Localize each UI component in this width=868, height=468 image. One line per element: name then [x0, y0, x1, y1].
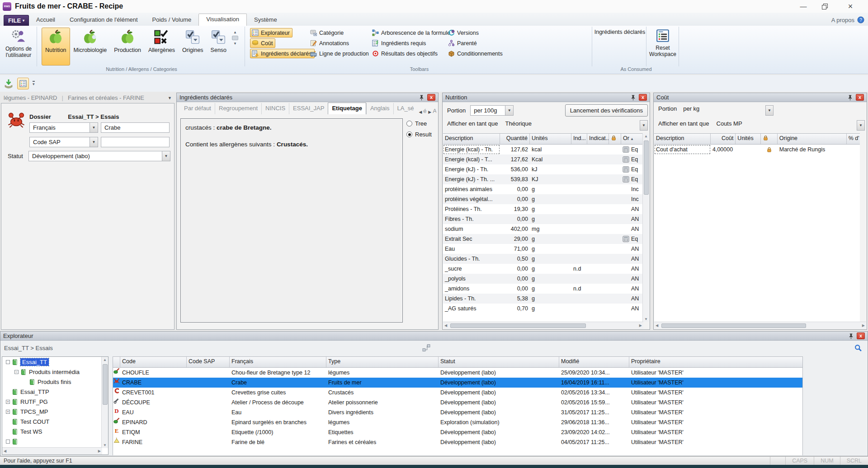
- display-as-dropdown[interactable]: ▼: [640, 120, 648, 131]
- tree-item-test-ws[interactable]: Test WS: [2, 426, 101, 436]
- explorer-row-découpe[interactable]: DÉCOUPEAtelier / Process de découpeAteli…: [113, 398, 802, 407]
- group-scroll-up-icon[interactable]: ▲: [233, 30, 237, 34]
- tree-item-produits-interm-dia[interactable]: −Produits intermédia: [2, 367, 101, 377]
- column-header[interactable]: Ind...: [571, 134, 587, 144]
- minimize-button[interactable]: —: [798, 2, 808, 10]
- tab-poids-volume[interactable]: Poids / Volume: [145, 14, 199, 26]
- column-header[interactable]: Unités: [736, 134, 760, 144]
- tab-etiquetage[interactable]: Etiquetage: [328, 103, 366, 114]
- declared-text-area[interactable]: crustacés : crabe de Bretagne. Contient …: [180, 118, 403, 323]
- cout-toggle[interactable]: Coût: [250, 38, 275, 48]
- nutrition-button[interactable]: Nutrition: [42, 28, 70, 66]
- explorer-row-eau[interactable]: DEAUEauDivers ingrédientsDéveloppement (…: [113, 407, 802, 417]
- close-window-button[interactable]: ×: [845, 2, 855, 10]
- as-consumed-ingredients-declares[interactable]: Ingrédients déclarés: [593, 29, 646, 35]
- code-sap-field[interactable]: [101, 137, 170, 147]
- pin-icon[interactable]: [849, 333, 854, 339]
- toolbar-overflow-icon[interactable]: ▾: [33, 81, 35, 86]
- tab-scroll-left-icon[interactable]: ◀: [417, 110, 423, 114]
- ingredients-requis-button[interactable]: Ingrédients requis: [371, 38, 428, 48]
- tree-item-rutf-pg[interactable]: +RUTF_PG: [2, 397, 101, 407]
- column-header[interactable]: Description: [443, 134, 500, 144]
- tab-essai-jap[interactable]: ESSAI_JAP: [289, 103, 328, 114]
- close-panel-button[interactable]: x: [639, 94, 647, 101]
- close-panel-button[interactable]: x: [857, 332, 865, 339]
- chevron-down-icon[interactable]: ▼: [162, 151, 170, 161]
- user-options-button[interactable]: Options de l'utilisateur: [2, 27, 35, 66]
- reset-workspace-button[interactable]: Reset Workspace: [647, 27, 678, 66]
- column-header[interactable]: Français: [230, 357, 326, 367]
- arborescence-button[interactable]: Arborescence de la formule: [371, 28, 453, 37]
- name-field[interactable]: Crabe: [101, 122, 170, 133]
- column-header[interactable]: Coût: [711, 134, 736, 144]
- collapse-icon[interactable]: −: [14, 370, 19, 374]
- column-header[interactable]: Or▲: [621, 134, 643, 144]
- explorer-row-farine[interactable]: FARINEFarine de bléFarines et céréalesDé…: [113, 437, 802, 447]
- cost-row[interactable]: Cout d'achat4,00000Marché de Rungis: [654, 145, 860, 154]
- explorer-row-crevet001[interactable]: CREVET001Crevettes grise cuitesCrustacés…: [113, 388, 802, 398]
- import-download-icon[interactable]: [4, 79, 14, 89]
- search-icon[interactable]: [854, 344, 862, 352]
- lock-column-header[interactable]: [609, 134, 621, 144]
- microbiologie-button[interactable]: Microbiologie: [70, 28, 111, 66]
- nutrition-row[interactable]: _polyols0,00gAN: [443, 274, 643, 284]
- tree-item-essai-tt[interactable]: Essai_TT: [2, 357, 101, 367]
- statut-select[interactable]: Développement (labo) ▼: [28, 151, 170, 161]
- origines-button[interactable]: Origines: [179, 28, 207, 66]
- pin-icon[interactable]: [631, 94, 636, 101]
- chevron-down-icon[interactable]: ▼: [505, 106, 513, 115]
- nutrition-row[interactable]: _amidons0,00gn.dAN: [443, 284, 643, 294]
- column-header[interactable]: % d': [847, 134, 860, 144]
- tab-accueil[interactable]: Accueil: [29, 14, 62, 26]
- column-header[interactable]: Code SAP: [187, 357, 230, 367]
- help-icon[interactable]: ?: [857, 16, 864, 23]
- tree-item-tpcs-mp[interactable]: +TPCS_MP: [2, 407, 101, 417]
- tab-la-se[interactable]: LA_sé: [393, 103, 418, 114]
- group-scroll-bar[interactable]: [232, 36, 238, 40]
- expander-box[interactable]: [6, 440, 10, 444]
- tree-item[interactable]: [2, 436, 101, 446]
- ingredients-declares-toggle[interactable]: Ingrédients déclarés: [250, 49, 315, 58]
- explorer-row-choufle[interactable]: CHOUFLEChou-fleur de Bretagne type 12lég…: [113, 368, 802, 378]
- language-select[interactable]: Français ▼: [29, 122, 98, 133]
- tree-item-produits-finis[interactable]: Produits finis: [2, 377, 101, 387]
- column-header[interactable]: Propriétaire: [629, 357, 802, 367]
- column-header[interactable]: Type: [326, 357, 439, 367]
- column-header[interactable]: Origine: [778, 134, 847, 144]
- tab-regroupement[interactable]: Regroupement: [215, 103, 261, 114]
- explorer-row-crabe[interactable]: CRABECrabeFruits de merDéveloppement (la…: [113, 378, 802, 388]
- column-header[interactable]: Statut: [439, 357, 559, 367]
- nutrition-row[interactable]: Fibres - Th.0,00gAN: [443, 214, 643, 224]
- parente-button[interactable]: Parenté: [447, 38, 479, 48]
- column-header[interactable]: Description: [654, 134, 711, 144]
- tab-par-defaut[interactable]: Par défaut: [180, 103, 215, 114]
- nutrition-row[interactable]: Energie (kJ) - Th. ...539,83KJEq: [443, 174, 643, 184]
- nutrition-horizontal-scrollbar[interactable]: ◀ ▶: [443, 322, 643, 329]
- tree-vertical-scrollbar[interactable]: ▲ ▼: [101, 357, 108, 448]
- column-header[interactable]: Unités: [530, 134, 571, 144]
- explorer-row-etiqm[interactable]: EETIQMEtiquette (/1000)EtiquettesDévelop…: [113, 427, 802, 437]
- portion-dropdown[interactable]: ▼: [765, 105, 774, 116]
- lock-column-header[interactable]: [761, 134, 778, 144]
- code-sap-select[interactable]: Code SAP ▼: [29, 137, 98, 147]
- display-as-dropdown[interactable]: ▼: [857, 120, 865, 131]
- file-menu-button[interactable]: FILE▾: [4, 15, 29, 26]
- column-header[interactable]: Indicat...: [587, 134, 609, 144]
- tab-anglais[interactable]: Anglais: [366, 103, 393, 114]
- group-scroll-down-icon[interactable]: ▼: [233, 42, 237, 46]
- production-button[interactable]: Production: [110, 28, 145, 66]
- expand-icon[interactable]: +: [6, 400, 10, 404]
- nutrition-row[interactable]: Extrait Sec29,00gEq: [443, 234, 643, 244]
- senso-button[interactable]: Senso: [207, 28, 230, 66]
- tab-scroll-right-icon[interactable]: ▶: [427, 110, 433, 114]
- pin-icon[interactable]: [848, 94, 853, 101]
- column-header[interactable]: Quantité: [500, 134, 530, 144]
- tree-item-essai-ttp[interactable]: Essai_TTP: [2, 387, 101, 397]
- tab-configuration[interactable]: Configuration de l'élément: [62, 14, 145, 26]
- tab-nincis[interactable]: NINCIS: [261, 103, 289, 114]
- result-radio[interactable]: Result: [406, 131, 432, 138]
- nutrition-row[interactable]: Energie (kcal) - T...127,62KcalEq: [443, 154, 643, 164]
- portion-select[interactable]: per 100g ▼: [470, 105, 514, 116]
- close-panel-button[interactable]: x: [856, 94, 864, 101]
- tree-horizontal-scrollbar[interactable]: ◀ ▶: [2, 447, 102, 454]
